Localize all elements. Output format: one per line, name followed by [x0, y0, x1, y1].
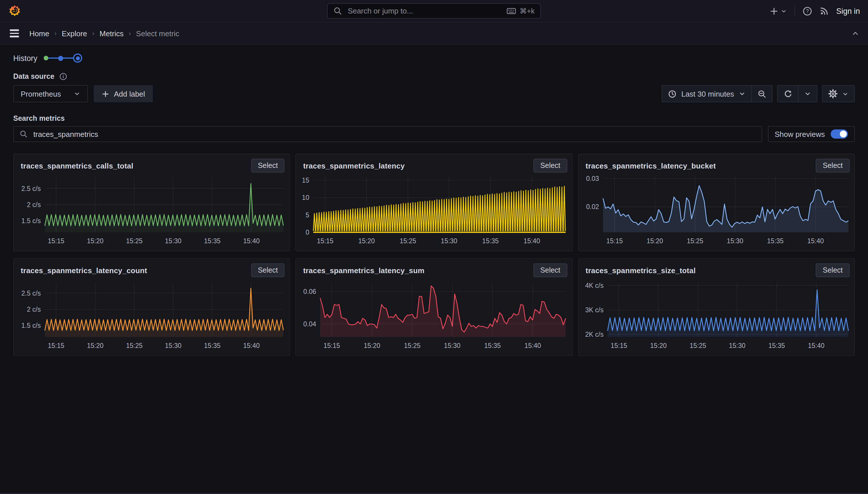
menu-toggle-icon[interactable] — [8, 28, 20, 39]
info-icon[interactable] — [59, 73, 67, 80]
history-steps-widget[interactable] — [44, 54, 82, 63]
grafana-logo-icon[interactable] — [8, 4, 21, 18]
svg-text:15:15: 15:15 — [48, 237, 64, 245]
svg-text:0.04: 0.04 — [303, 320, 316, 328]
select-metric-button[interactable]: Select — [533, 263, 567, 277]
select-metric-button[interactable]: Select — [816, 159, 850, 172]
svg-text:15:40: 15:40 — [243, 237, 260, 245]
chevron-down-icon — [804, 90, 811, 97]
svg-text:15: 15 — [302, 176, 310, 184]
metric-preview-chart: 1.5 c/s2 c/s2.5 c/s15:1515:2015:2515:301… — [18, 175, 285, 247]
show-previews-toggle[interactable] — [831, 129, 848, 138]
panel-title: traces_spanmetrics_latency — [303, 162, 405, 170]
svg-text:2.5 c/s: 2.5 c/s — [21, 289, 41, 297]
svg-text:15:35: 15:35 — [768, 342, 785, 349]
select-metric-button[interactable]: Select — [533, 159, 567, 172]
history-connector — [48, 57, 58, 59]
metric-preview-chart: 0.020.0315:1515:2015:2515:3015:3515:40 — [583, 175, 850, 247]
svg-text:15:20: 15:20 — [87, 342, 103, 349]
svg-text:15:15: 15:15 — [323, 342, 340, 349]
history-step-start-dot[interactable] — [44, 56, 48, 60]
chevron-down-icon — [780, 8, 787, 14]
svg-text:15:30: 15:30 — [165, 237, 182, 245]
help-icon[interactable]: ? — [802, 6, 812, 16]
svg-text:10: 10 — [302, 194, 310, 201]
breadcrumb-bar: Home › Explore › Metrics › Select metric — [0, 22, 868, 45]
panel-title: traces_spanmetrics_latency_sum — [303, 266, 425, 275]
breadcrumb-current: Select metric — [136, 29, 179, 38]
svg-text:15:15: 15:15 — [610, 342, 627, 349]
svg-text:4K c/s: 4K c/s — [585, 282, 603, 289]
svg-text:15:30: 15:30 — [727, 237, 743, 245]
svg-text:2K c/s: 2K c/s — [585, 331, 603, 338]
svg-text:15:35: 15:35 — [482, 237, 499, 245]
metric-preview-chart: 0.040.0615:1515:2015:2515:3015:3515:40 — [301, 280, 567, 352]
metric-preview-chart: 05101515:1515:2015:2515:3015:3515:40 — [301, 175, 567, 247]
chevron-down-icon — [74, 90, 80, 97]
time-range-picker[interactable]: Last 30 minutes — [662, 85, 752, 102]
panel-title: traces_spanmetrics_latency_bucket — [586, 162, 716, 170]
svg-text:15:25: 15:25 — [687, 237, 703, 245]
sign-in-button[interactable]: Sign in — [836, 6, 860, 15]
metrics-search-input[interactable] — [32, 129, 756, 139]
breadcrumb-metrics[interactable]: Metrics — [99, 29, 124, 38]
metric-panel-latency-count: traces_spanmetrics_latency_count Select … — [13, 258, 290, 356]
show-previews-label: Show previews — [775, 130, 825, 138]
datasource-picker[interactable]: Prometheus — [13, 85, 88, 102]
metric-panel-latency-bucket: traces_spanmetrics_latency_bucket Select… — [578, 154, 855, 251]
topbar-divider — [794, 5, 795, 17]
search-jump-box[interactable]: ⌘+k — [327, 3, 541, 19]
refresh-button[interactable] — [777, 85, 798, 102]
history-current-step-dot[interactable] — [73, 54, 82, 63]
svg-text:15:40: 15:40 — [808, 342, 824, 349]
keyboard-shortcut: ⌘+k — [507, 6, 535, 16]
add-label-button[interactable]: Add label — [94, 85, 153, 102]
metric-preview-chart: 2K c/s3K c/s4K c/s15:1515:2015:2515:3015… — [583, 280, 850, 352]
history-step-dot[interactable] — [58, 56, 63, 61]
zoom-out-time-button[interactable] — [752, 85, 773, 102]
panel-title: traces_spanmetrics_calls_total — [21, 162, 133, 170]
show-previews-control: Show previews — [768, 126, 855, 142]
metrics-search-field[interactable] — [13, 126, 762, 142]
gear-icon — [828, 89, 837, 98]
svg-text:3K c/s: 3K c/s — [585, 306, 603, 314]
svg-text:15:25: 15:25 — [126, 237, 142, 245]
shortcut-label: ⌘+k — [520, 6, 535, 15]
select-metric-button[interactable]: Select — [251, 263, 285, 277]
svg-text:15:20: 15:20 — [646, 237, 663, 245]
svg-text:2.5 c/s: 2.5 c/s — [21, 185, 41, 192]
collapse-chevron-up-icon[interactable] — [851, 29, 860, 37]
svg-text:15:30: 15:30 — [444, 342, 461, 349]
new-menu-button[interactable] — [769, 6, 787, 15]
svg-text:1.5 c/s: 1.5 c/s — [21, 217, 41, 225]
metric-panel-size-total: traces_spanmetrics_size_total Select 2K … — [578, 258, 855, 356]
svg-text:15:35: 15:35 — [204, 342, 221, 349]
breadcrumb-explore[interactable]: Explore — [62, 29, 87, 38]
svg-text:15:20: 15:20 — [364, 342, 380, 349]
history-label: History — [13, 54, 37, 62]
datasource-label: Data source — [13, 73, 54, 80]
settings-button[interactable] — [822, 85, 855, 102]
refresh-interval-dropdown[interactable] — [798, 85, 817, 102]
search-jump-input[interactable] — [347, 6, 502, 16]
search-metrics-label: Search metrics — [13, 114, 855, 122]
svg-text:15:15: 15:15 — [606, 237, 623, 245]
svg-text:5: 5 — [306, 211, 310, 219]
svg-text:0.02: 0.02 — [586, 203, 599, 210]
chevron-down-icon — [739, 90, 746, 97]
svg-text:15:30: 15:30 — [165, 342, 182, 349]
clock-icon — [668, 90, 676, 98]
add-label-text: Add label — [114, 90, 145, 98]
svg-text:15:35: 15:35 — [767, 237, 784, 245]
svg-text:15:40: 15:40 — [525, 342, 541, 349]
select-metric-button[interactable]: Select — [251, 159, 285, 172]
svg-text:1.5 c/s: 1.5 c/s — [21, 322, 41, 329]
svg-text:15:20: 15:20 — [87, 237, 103, 245]
svg-text:15:15: 15:15 — [48, 342, 64, 349]
svg-text:15:20: 15:20 — [650, 342, 667, 349]
news-rss-icon[interactable] — [820, 6, 829, 16]
svg-text:15:20: 15:20 — [358, 237, 375, 245]
breadcrumb-home[interactable]: Home — [29, 29, 49, 38]
select-metric-button[interactable]: Select — [816, 263, 850, 277]
zoom-out-icon — [757, 90, 766, 98]
